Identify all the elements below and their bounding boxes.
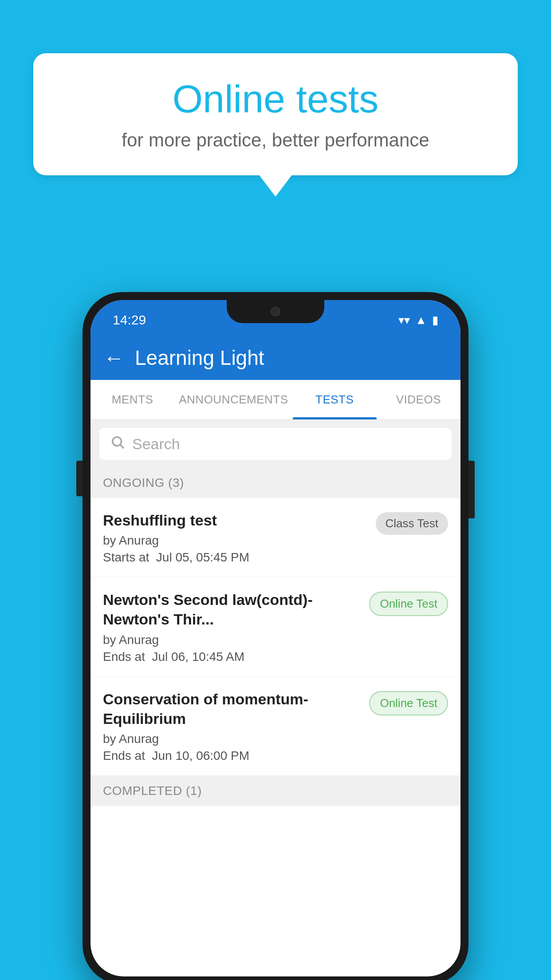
back-button[interactable]: ← — [104, 346, 124, 370]
test-item-conservation[interactable]: Conservation of momentum-Equilibrium by … — [91, 677, 460, 776]
test-badge-conservation: Online Test — [369, 691, 448, 715]
test-time-conservation: Ends at Jun 10, 06:00 PM — [103, 749, 362, 763]
bubble-title: Online tests — [60, 78, 491, 121]
app-title: Learning Light — [135, 346, 264, 370]
test-item-reshuffling[interactable]: Reshuffling test by Anurag Starts at Jul… — [91, 498, 460, 577]
test-time-reshuffling: Starts at Jul 05, 05:45 PM — [103, 550, 369, 565]
test-list: Reshuffling test by Anurag Starts at Jul… — [91, 498, 460, 776]
test-author-reshuffling: by Anurag — [103, 533, 369, 548]
test-badge-reshuffling: Class Test — [376, 512, 448, 535]
test-name-conservation: Conservation of momentum-Equilibrium — [103, 689, 362, 728]
battery-icon: ▮ — [432, 313, 438, 327]
search-bar[interactable]: Search — [99, 428, 452, 460]
phone-notch — [227, 300, 324, 323]
bubble-subtitle: for more practice, better performance — [60, 130, 491, 151]
promo-section: Online tests for more practice, better p… — [33, 53, 518, 197]
phone-inner: 14:29 ▾▾ ▲ ▮ ← Learning Light MENTS ANNO… — [91, 300, 460, 976]
search-placeholder: Search — [132, 435, 180, 453]
tab-ments[interactable]: MENTS — [91, 380, 174, 419]
search-container: Search — [91, 420, 460, 468]
wifi-icon: ▾▾ — [398, 313, 410, 327]
app-bar: ← Learning Light — [91, 336, 460, 380]
status-time: 14:29 — [113, 312, 146, 328]
test-author-conservation: by Anurag — [103, 732, 362, 746]
test-info-conservation: Conservation of momentum-Equilibrium by … — [103, 689, 362, 763]
test-info-reshuffling: Reshuffling test by Anurag Starts at Jul… — [103, 510, 369, 565]
search-icon — [110, 435, 125, 454]
test-badge-newtons: Online Test — [369, 592, 448, 616]
tab-bar: MENTS ANNOUNCEMENTS TESTS VIDEOS — [91, 380, 460, 420]
front-camera — [271, 307, 280, 316]
test-name-reshuffling: Reshuffling test — [103, 510, 369, 530]
test-name-newtons: Newton's Second law(contd)-Newton's Thir… — [103, 590, 362, 629]
bubble-arrow — [259, 174, 292, 197]
phone-mockup: 14:29 ▾▾ ▲ ▮ ← Learning Light MENTS ANNO… — [83, 292, 468, 980]
tab-videos[interactable]: VIDEOS — [377, 380, 460, 419]
svg-line-1 — [120, 445, 124, 448]
test-author-newtons: by Anurag — [103, 633, 362, 647]
signal-icon: ▲ — [415, 313, 427, 327]
test-item-newtons[interactable]: Newton's Second law(contd)-Newton's Thir… — [91, 577, 460, 676]
completed-section-header: COMPLETED (1) — [91, 776, 460, 806]
phone-outer: 14:29 ▾▾ ▲ ▮ ← Learning Light MENTS ANNO… — [83, 292, 468, 980]
svg-point-0 — [113, 437, 122, 446]
tab-announcements[interactable]: ANNOUNCEMENTS — [174, 380, 292, 419]
status-icons: ▾▾ ▲ ▮ — [398, 313, 438, 327]
tab-tests[interactable]: TESTS — [293, 380, 377, 419]
test-info-newtons: Newton's Second law(contd)-Newton's Thir… — [103, 590, 362, 664]
speech-bubble: Online tests for more practice, better p… — [33, 53, 518, 175]
test-time-newtons: Ends at Jul 06, 10:45 AM — [103, 650, 362, 664]
ongoing-section-header: ONGOING (3) — [91, 468, 460, 498]
